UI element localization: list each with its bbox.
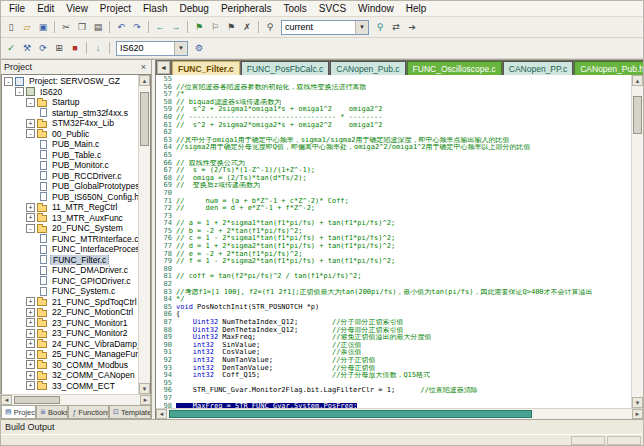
goto-line-icon[interactable]: ➔ xyxy=(404,20,420,35)
undo-icon[interactable]: ↶ xyxy=(113,20,129,35)
expand-toggle[interactable]: + xyxy=(26,308,35,317)
code-editor[interactable]: 5556//位置陷波器各陷波器参数的初始化，双线性变换法进行离散57/*58//… xyxy=(156,75,643,408)
scroll-left-arrow-icon[interactable]: ◄ xyxy=(1,395,12,405)
stop-build-icon[interactable]: ■ xyxy=(67,41,83,56)
tab-scroll-left-button[interactable]: ◄ xyxy=(157,61,170,74)
tree-item-pub-table-c[interactable]: PUB_Table.c xyxy=(2,150,138,161)
scroll-track[interactable] xyxy=(167,409,632,419)
tree-item-pub-main-c[interactable]: PUB_Main.c xyxy=(2,139,138,150)
scroll-right-arrow-icon[interactable]: ► xyxy=(140,395,151,405)
expand-toggle[interactable]: + xyxy=(26,371,35,380)
tree-item-func-interfaceprocess-c[interactable]: FUNC_InterfaceProcess.c xyxy=(2,244,138,255)
find-combo[interactable]: current ▾ xyxy=(281,20,369,35)
editor-tab-func-oscilloscope-c[interactable]: FUNC_Oscilloscope.c xyxy=(407,61,502,75)
menu-debug[interactable]: Debug xyxy=(173,2,214,15)
tree-item-is620[interactable]: -IS620 xyxy=(2,87,138,98)
tree-item-13-mtr-auxfunc[interactable]: +13_MTR_AuxFunc xyxy=(2,213,138,224)
scroll-track[interactable] xyxy=(12,395,140,405)
menu-help[interactable]: Help xyxy=(400,2,433,15)
editor-tab-canopen-pub-h[interactable]: CANopen_Pub.h xyxy=(574,61,643,75)
find-icon[interactable]: ⚲ xyxy=(262,20,278,35)
tree-item-pub-globalprototypes-h[interactable]: PUB_GlobalPrototypes.h xyxy=(2,181,138,192)
tree-item-20-func-system[interactable]: -20_FUNC_System xyxy=(2,223,138,234)
previous-bookmark-icon[interactable]: ⚐ xyxy=(207,20,223,35)
tree-item-32-comm-canopen[interactable]: +32_COMM_CANopen xyxy=(2,370,138,381)
next-bookmark-icon[interactable]: ⚑ xyxy=(223,20,239,35)
scroll-left-arrow-icon[interactable]: ◄ xyxy=(156,409,167,419)
navigate-back-icon[interactable]: ← xyxy=(152,20,168,35)
tree-item-33-comm-ect[interactable]: +33_COMM_ECT xyxy=(2,381,138,392)
target-select-dropdown-arrow-icon[interactable]: ▾ xyxy=(174,42,187,55)
open-file-icon[interactable]: ▱ xyxy=(19,20,35,35)
scroll-thumb[interactable] xyxy=(633,96,642,134)
navigate-forward-icon[interactable]: → xyxy=(168,20,184,35)
expand-toggle[interactable]: + xyxy=(26,381,35,390)
tree-item-24-func-vibradamp-selftuning[interactable]: +24_FUNC_VibraDamp_SelfTuning xyxy=(2,339,138,350)
expand-toggle[interactable]: + xyxy=(26,318,35,327)
tree-item-stm32f4xx-lib[interactable]: +STM32F4xx_Lib xyxy=(2,118,138,129)
scroll-thumb[interactable] xyxy=(14,396,60,404)
expand-toggle[interactable]: + xyxy=(26,297,35,306)
scroll-down-arrow-icon[interactable]: ▼ xyxy=(139,383,150,394)
panel-tab-functions[interactable]: ƒFunctions xyxy=(68,406,109,419)
menu-tools[interactable]: Tools xyxy=(278,2,313,15)
tree-item-pub-is650n-config-h[interactable]: PUB_IS650N_Config.h xyxy=(2,192,138,203)
tree-item-00-public[interactable]: -00_Public xyxy=(2,129,138,140)
scroll-up-arrow-icon[interactable]: ▲ xyxy=(139,75,150,86)
scroll-thumb[interactable] xyxy=(140,92,149,146)
project-tree-vscrollbar[interactable]: ▲ ▼ xyxy=(138,75,150,394)
scroll-down-arrow-icon[interactable]: ▼ xyxy=(632,397,643,408)
expand-toggle[interactable]: - xyxy=(4,77,13,86)
scroll-up-arrow-icon[interactable]: ▲ xyxy=(632,75,643,86)
expand-toggle[interactable]: + xyxy=(26,350,35,359)
expand-toggle[interactable]: + xyxy=(26,339,35,348)
expand-toggle[interactable]: + xyxy=(26,213,35,222)
copy-icon[interactable]: ❐ xyxy=(74,20,90,35)
build-icon[interactable]: ⚒ xyxy=(19,41,35,56)
tree-item-pub-monitor-c[interactable]: PUB_Monitor.c xyxy=(2,160,138,171)
expand-toggle[interactable]: - xyxy=(26,129,35,138)
save-icon[interactable]: ▣ xyxy=(35,20,51,35)
project-tree-hscrollbar[interactable]: ◄ ► xyxy=(1,394,151,405)
expand-toggle[interactable]: + xyxy=(26,329,35,338)
scroll-track[interactable] xyxy=(139,86,150,383)
replace-icon[interactable]: ⇄ xyxy=(388,20,404,35)
project-panel-close-icon[interactable]: × xyxy=(139,62,148,72)
menu-svcs[interactable]: SVCS xyxy=(313,2,352,15)
tree-item-23-func-monitor1[interactable]: +23_FUNC_Monitor1 xyxy=(2,318,138,329)
tree-item-startup[interactable]: -Startup xyxy=(2,97,138,108)
editor-tab-canopen-pp-c[interactable]: CANopen_PP.c xyxy=(503,61,573,75)
redo-icon[interactable]: ↷ xyxy=(129,20,145,35)
tree-item-func-gpiodriver-c[interactable]: FUNC_GPIODriver.c xyxy=(2,276,138,287)
editor-vscrollbar[interactable]: ▲ ▼ xyxy=(631,75,643,408)
tree-item-func-system-c[interactable]: FUNC_System.c xyxy=(2,286,138,297)
panel-tab-templates[interactable]: ⊡Templates xyxy=(109,406,151,419)
tree-item-23-func-monitor2[interactable]: +23_FUNC_Monitor2 xyxy=(2,328,138,339)
target-options-icon[interactable]: ⚙ xyxy=(191,41,207,56)
find-combo-dropdown-arrow-icon[interactable]: ▾ xyxy=(355,21,368,34)
tree-item-project-servosw-gz[interactable]: -Project: SERVOSW_GZ xyxy=(2,76,138,87)
editor-tab-func-filter-c[interactable]: FUNC_Filter.c xyxy=(172,61,240,75)
project-tree[interactable]: -Project: SERVOSW_GZ-IS620-Startupstartu… xyxy=(1,74,151,394)
cut-icon[interactable]: ✂ xyxy=(58,20,74,35)
scroll-right-arrow-icon[interactable]: ► xyxy=(632,409,643,419)
paste-icon[interactable]: ▤ xyxy=(90,20,106,35)
menu-view[interactable]: View xyxy=(60,2,94,15)
menu-flash[interactable]: Flash xyxy=(137,2,173,15)
tree-item-21-func-spdtoqctrl[interactable]: +21_FUNC_SpdToqCtrl xyxy=(2,297,138,308)
batch-build-icon[interactable]: ⊞ xyxy=(51,41,67,56)
clear-bookmarks-icon[interactable]: ✗ xyxy=(239,20,255,35)
editor-tab-func-posfbcalc-c[interactable]: FUNC_PosFbCalc.c xyxy=(241,61,330,75)
scroll-track[interactable] xyxy=(632,86,643,397)
menu-file[interactable]: File xyxy=(3,2,31,15)
expand-toggle[interactable]: - xyxy=(26,224,35,233)
tree-item-30-comm-modbus[interactable]: +30_COMM_Modbus xyxy=(2,360,138,371)
tree-item-25-func-managefunccode[interactable]: +25_FUNC_ManageFuncCode xyxy=(2,349,138,360)
tree-item-11-mtr-regctrl[interactable]: +11_MTR_RegCtrl xyxy=(2,202,138,213)
tree-item-func-filter-c[interactable]: FUNC_Filter.c xyxy=(2,255,138,266)
find-in-files-icon[interactable]: ⚲ xyxy=(372,20,388,35)
editor-hscrollbar[interactable]: ◄ ► xyxy=(156,408,643,419)
rebuild-all-icon[interactable]: ⟳ xyxy=(35,41,51,56)
panel-tab-project[interactable]: ▤Project xyxy=(1,406,36,419)
scroll-thumb[interactable] xyxy=(169,410,532,418)
